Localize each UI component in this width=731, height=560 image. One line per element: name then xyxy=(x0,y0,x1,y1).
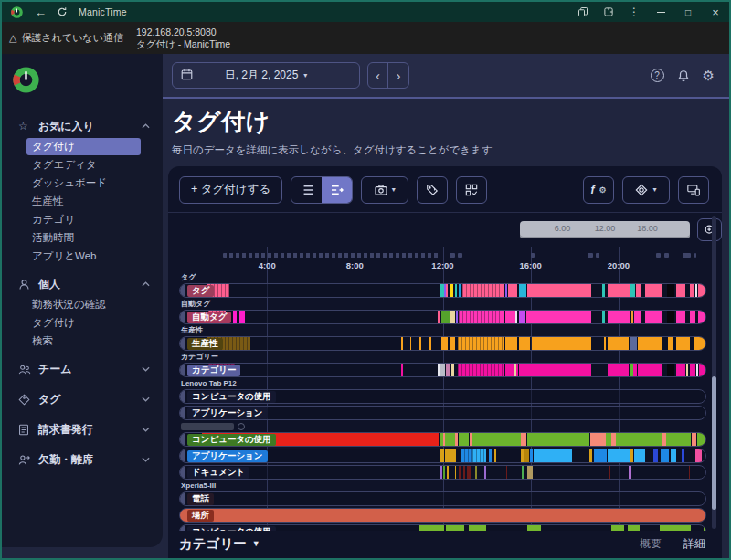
timeline-segment[interactable] xyxy=(505,364,514,376)
timeline-segment[interactable] xyxy=(527,466,533,479)
timeline-segment[interactable] xyxy=(441,337,448,350)
timeline-segment[interactable] xyxy=(419,337,421,350)
timeline-segment[interactable] xyxy=(634,449,645,462)
list-view-button[interactable] xyxy=(291,177,322,203)
timeline-segment[interactable] xyxy=(609,466,611,479)
timeline-segment[interactable] xyxy=(676,311,686,323)
track-label-chip[interactable]: アプリケーション xyxy=(187,407,268,419)
timeline-segment[interactable] xyxy=(699,364,705,376)
timeline-segment[interactable] xyxy=(697,433,705,446)
sidebar-item[interactable]: タグ付け xyxy=(26,138,141,155)
timeline-segment[interactable] xyxy=(447,466,449,479)
timeline-segment[interactable] xyxy=(667,284,674,297)
timeline-segment[interactable] xyxy=(524,449,529,462)
pages-icon[interactable] xyxy=(570,6,596,17)
timeline-segment[interactable] xyxy=(456,311,458,323)
timeline-segment[interactable] xyxy=(668,337,673,350)
timeline-segment[interactable] xyxy=(445,433,454,446)
timeline-segment[interactable] xyxy=(440,466,442,479)
tag-suggest-button[interactable] xyxy=(417,176,448,204)
settings-button[interactable]: ⚙ xyxy=(703,68,715,84)
timeline-segment[interactable] xyxy=(589,449,592,462)
timeline-segment[interactable] xyxy=(527,525,542,531)
timeline-segment[interactable] xyxy=(534,449,572,462)
timeline-segment[interactable] xyxy=(438,364,440,376)
sidebar-item[interactable]: 検索 xyxy=(26,333,141,350)
timeline-segment[interactable] xyxy=(458,364,503,376)
timeline-segment[interactable] xyxy=(532,337,591,350)
timeline-segment[interactable] xyxy=(440,364,445,376)
timeline-segment[interactable] xyxy=(606,433,611,446)
timeline-segment[interactable] xyxy=(445,449,450,462)
sidebar-item[interactable]: ダッシュボード xyxy=(26,174,141,192)
timeline-segment[interactable] xyxy=(446,364,450,376)
timeline-segment[interactable] xyxy=(180,509,705,522)
timeline-track[interactable]: 自動タグ xyxy=(179,310,706,324)
timeline-segment[interactable] xyxy=(527,433,590,446)
timeline-track[interactable]: 場所 xyxy=(179,508,706,523)
timeline-segment[interactable] xyxy=(239,311,245,323)
sidebar-item[interactable]: 生産性 xyxy=(26,193,141,210)
timeline-track[interactable]: タグ xyxy=(179,283,706,298)
timeline-track[interactable]: ドキュメント xyxy=(179,465,706,480)
timeline-minimap[interactable]: 6:0012:0018:00 xyxy=(520,221,690,238)
timeline-segment[interactable] xyxy=(519,284,525,297)
timeline-segment[interactable] xyxy=(472,433,520,446)
timeline-segment[interactable] xyxy=(450,311,456,323)
timeline-segment[interactable] xyxy=(611,525,624,531)
timeline-segment[interactable] xyxy=(446,525,464,531)
vertical-scrollbar[interactable] xyxy=(712,216,716,529)
timeline-segment[interactable] xyxy=(608,311,630,323)
timeline-segment[interactable] xyxy=(667,364,674,376)
timeline-segment[interactable] xyxy=(526,311,591,323)
timeline-segment[interactable] xyxy=(515,311,517,323)
add-tag-button[interactable]: + タグ付けする xyxy=(179,176,282,204)
timeline-segment[interactable] xyxy=(233,311,238,323)
timeline-track[interactable]: コンピュータの使用 xyxy=(179,389,706,404)
timeline-segment[interactable] xyxy=(459,433,469,446)
timeline-segment[interactable] xyxy=(608,364,629,376)
timeline-segment[interactable] xyxy=(604,337,606,350)
timeline-segment[interactable] xyxy=(661,449,670,462)
timeline-segment[interactable] xyxy=(521,433,526,446)
timeline-segment[interactable] xyxy=(530,449,533,462)
manictime-logo[interactable] xyxy=(13,67,163,93)
timeline-segment[interactable] xyxy=(695,449,701,462)
timeline-segment[interactable] xyxy=(667,311,674,323)
sidebar-section-header[interactable]: 個人 xyxy=(2,273,163,295)
timeline-segment[interactable] xyxy=(522,466,524,479)
timeline-segment[interactable] xyxy=(506,466,507,479)
timeline-segment[interactable] xyxy=(690,311,695,323)
timeline-segment[interactable] xyxy=(459,466,461,479)
timeline-segment[interactable] xyxy=(459,311,504,323)
close-button[interactable]: × xyxy=(702,2,729,22)
maximize-button[interactable]: □ xyxy=(674,2,702,22)
sidebar-item[interactable]: タグエディタ xyxy=(26,156,141,174)
timeline-segment[interactable] xyxy=(690,364,695,376)
timeline-track[interactable]: 生産性 xyxy=(179,336,706,351)
timeline-segment[interactable] xyxy=(475,466,477,479)
timeline-segment[interactable] xyxy=(450,449,456,462)
notifications-button[interactable] xyxy=(677,69,690,82)
timeline-segment[interactable] xyxy=(629,466,631,479)
timeline-segment[interactable] xyxy=(698,311,705,323)
timeline-segment[interactable] xyxy=(608,284,630,297)
menu-kebab-icon[interactable]: ⋮ xyxy=(621,5,647,18)
timeline-segment[interactable] xyxy=(653,449,659,462)
prev-day-button[interactable]: ‹ xyxy=(368,63,388,88)
track-label-chip[interactable]: 場所 xyxy=(187,510,214,522)
timeline-segment[interactable] xyxy=(690,284,694,297)
timeline-segment[interactable] xyxy=(451,364,454,376)
timeline-segment[interactable] xyxy=(638,337,662,350)
tag-grid-button[interactable] xyxy=(456,176,487,204)
timeline-segment[interactable] xyxy=(608,449,630,462)
timeline-segment[interactable] xyxy=(469,525,486,531)
timeline-segment[interactable] xyxy=(630,284,636,297)
timeline-segment[interactable] xyxy=(694,337,705,350)
timeline-segment[interactable] xyxy=(594,449,607,462)
timeline-segment[interactable] xyxy=(666,433,691,446)
devices-button[interactable] xyxy=(678,176,709,204)
timeline-segment[interactable] xyxy=(611,433,615,446)
timeline-segment[interactable] xyxy=(633,364,637,376)
timeline-segment[interactable] xyxy=(455,433,458,446)
